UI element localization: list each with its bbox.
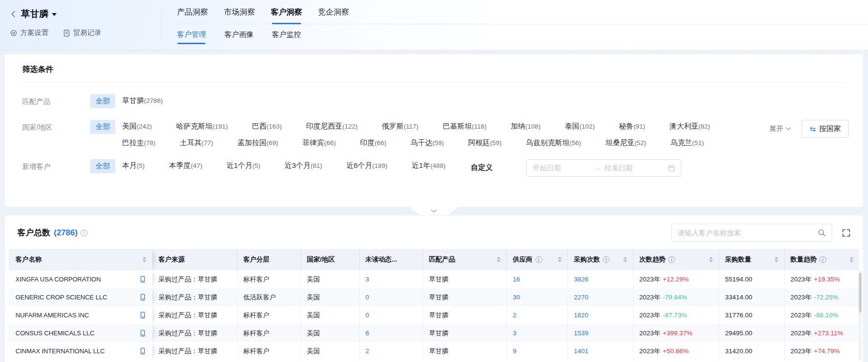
fullscreen-icon[interactable] xyxy=(842,229,851,237)
date-range-picker[interactable]: → xyxy=(526,159,681,177)
tab-product-insight[interactable]: 产品洞察 xyxy=(177,7,208,24)
country-filter-item[interactable]: 阿根廷(59) xyxy=(468,138,502,148)
filter-all-pill[interactable]: 全部 xyxy=(90,159,115,173)
table-row[interactable]: GENERIC CROP SCIENCE LLC 采购过产品：草甘膦 低活跃客户… xyxy=(9,288,859,306)
tab-customer-insight[interactable]: 客户洞察 xyxy=(271,7,302,24)
cell-unread: 3 xyxy=(360,270,423,288)
subtab-customer-management[interactable]: 客户管理 xyxy=(177,30,206,44)
by-country-button[interactable]: ⇆ 按国家 xyxy=(802,120,849,138)
customer-table: 客户名称 客户来源 客户分层 国家/地区 未读动态... 匹配产品 供应商 采购… xyxy=(9,249,859,360)
search-input[interactable] xyxy=(678,229,818,237)
contact-phone-icon[interactable] xyxy=(135,312,146,319)
period-filter-item[interactable]: 本月(5) xyxy=(122,161,145,177)
search-icon[interactable] xyxy=(818,229,826,237)
country-filter-item[interactable]: 坦桑尼亚(52) xyxy=(605,138,646,148)
table-row[interactable]: CINMAX INTERNATIONAL LLC 采购过产品：草甘膦 标杆客户 … xyxy=(9,342,859,360)
cell-product: 草甘膦 xyxy=(423,270,507,288)
contact-phone-icon[interactable] xyxy=(135,276,146,283)
cell-customer-name[interactable]: GENERIC CROP SCIENCE LLC xyxy=(9,288,153,306)
cell-customer-name[interactable]: XINGFA USA CORPORATION xyxy=(9,270,153,288)
country-filter-item[interactable]: 孟加拉国(69) xyxy=(237,138,278,148)
subtab-customer-monitor[interactable]: 客户监控 xyxy=(272,30,301,44)
country-filter-item[interactable]: 菲律宾(66) xyxy=(302,138,336,148)
expand-link[interactable]: 展开 xyxy=(769,124,791,133)
country-filter-item[interactable]: 哈萨克斯坦(191) xyxy=(176,122,228,131)
sort-icon[interactable] xyxy=(493,257,501,263)
table-row[interactable]: XINGFA USA CORPORATION 采购过产品：草甘膦 标杆客户 美国… xyxy=(9,270,859,288)
arrow-right-icon: → xyxy=(594,164,600,172)
column-header-tier: 客户分层 xyxy=(237,249,301,270)
plan-settings-button[interactable]: 方案设置 xyxy=(10,28,48,37)
column-header-suppliers[interactable]: 供应商 xyxy=(507,249,568,270)
country-filter-item[interactable]: 俄罗斯(117) xyxy=(382,122,419,131)
scrollbar-thumb[interactable] xyxy=(859,273,862,313)
country-filter-item[interactable]: 澳大利亚(82) xyxy=(669,122,710,131)
filter-panel: 筛选条件 匹配产品 全部 草甘膦(2786) 国家/地区 全部 美国(242) … xyxy=(5,54,863,207)
contact-phone-icon[interactable] xyxy=(135,329,146,337)
start-date-input[interactable] xyxy=(533,164,590,172)
cell-quantity-trend: 2023年+273.11% xyxy=(785,324,859,342)
period-filter-item[interactable]: 近1个月(5) xyxy=(227,161,261,177)
tab-competitor-insight[interactable]: 竞企洞察 xyxy=(318,7,349,24)
sort-icon[interactable] xyxy=(705,257,713,263)
country-filter-item[interactable]: 巴拉圭(78) xyxy=(122,138,156,148)
custom-range-label[interactable]: 自定义 xyxy=(471,161,492,177)
sort-icon[interactable] xyxy=(619,257,627,263)
chevron-down-icon xyxy=(786,127,791,131)
country-filter-item[interactable]: 乌兹别克斯坦(56) xyxy=(526,138,581,148)
country-filter-item[interactable]: 美国(242) xyxy=(122,122,152,131)
column-header-quantity[interactable]: 采购数量 xyxy=(719,249,785,270)
sort-icon[interactable] xyxy=(554,257,562,263)
info-icon[interactable] xyxy=(820,256,826,263)
cell-customer-name[interactable]: CINMAX INTERNATIONAL LLC xyxy=(9,342,153,360)
sort-icon[interactable] xyxy=(771,257,778,263)
country-filter-item[interactable]: 泰国(102) xyxy=(565,122,595,131)
subtab-customer-profile[interactable]: 客户画像 xyxy=(224,30,253,44)
country-filter-item[interactable]: 巴西(163) xyxy=(252,122,282,131)
info-icon[interactable] xyxy=(668,256,675,263)
info-icon[interactable] xyxy=(80,230,87,236)
country-filter-item[interactable]: 乌克兰(51) xyxy=(670,138,704,148)
back-icon[interactable] xyxy=(10,10,17,18)
info-icon[interactable] xyxy=(603,256,610,263)
column-header-count-trend[interactable]: 次数趋势 xyxy=(633,249,719,270)
period-filter-item[interactable]: 本季度(47) xyxy=(169,161,203,177)
filter-all-pill[interactable]: 全部 xyxy=(90,94,115,108)
tab-market-insight[interactable]: 市场洞察 xyxy=(224,7,255,24)
column-header-product[interactable]: 匹配产品 xyxy=(423,249,507,270)
column-header-customer-name[interactable]: 客户名称 xyxy=(9,249,153,270)
chevron-down-icon xyxy=(431,209,437,213)
period-filter-item[interactable]: 近6个月(189) xyxy=(347,161,388,177)
period-filter-item[interactable]: 近3个月(81) xyxy=(284,161,322,177)
country-filter-item[interactable]: 秘鲁(91) xyxy=(619,122,645,131)
trade-records-button[interactable]: 贸易记录 xyxy=(63,28,101,37)
country-filter-item[interactable]: 加纳(108) xyxy=(511,122,541,131)
title-caret-icon[interactable] xyxy=(52,13,57,16)
country-filter-item[interactable]: 巴基斯坦(116) xyxy=(443,122,487,131)
customer-search-box[interactable] xyxy=(671,224,832,242)
country-filter-item[interactable]: 印度(66) xyxy=(360,138,386,148)
country-filter-item[interactable]: 印度尼西亚(122) xyxy=(306,122,358,131)
table-row[interactable]: NUFARM AMERICAS INC 采购过产品：草甘膦 标杆客户 美国 0 … xyxy=(9,306,859,324)
cell-count-trend: 2023年-79.84% xyxy=(633,288,719,306)
cell-customer-name[interactable]: NUFARM AMERICAS INC xyxy=(9,306,153,324)
cell-purchase-count: 1820 xyxy=(568,306,633,324)
filter-panel-title: 筛选条件 xyxy=(5,54,863,82)
product-filter-item[interactable]: 草甘膦(2786) xyxy=(122,96,163,105)
cell-customer-name[interactable]: CONSUS CHEMICALS LLC xyxy=(9,324,153,342)
filter-all-pill[interactable]: 全部 xyxy=(90,120,115,134)
cell-product: 草甘膦 xyxy=(423,324,507,342)
end-date-input[interactable] xyxy=(604,164,662,172)
column-header-quantity-trend[interactable]: 数量趋势 xyxy=(785,249,859,270)
sort-icon[interactable] xyxy=(846,257,853,263)
filter-collapse-toggle[interactable] xyxy=(410,207,458,215)
column-header-purchase-count[interactable]: 采购次数 xyxy=(568,249,633,270)
country-filter-item[interactable]: 乌干达(59) xyxy=(410,138,444,148)
country-filter-item[interactable]: 土耳其(77) xyxy=(180,138,213,148)
period-filter-item[interactable]: 近1年(488) xyxy=(412,161,446,177)
table-row[interactable]: CONSUS CHEMICALS LLC 采购过产品：草甘膦 标杆客户 美国 6… xyxy=(9,324,859,342)
sort-icon[interactable] xyxy=(139,257,146,263)
contact-phone-icon[interactable] xyxy=(135,347,146,355)
contact-phone-icon[interactable] xyxy=(135,294,146,301)
info-icon[interactable] xyxy=(536,256,542,263)
